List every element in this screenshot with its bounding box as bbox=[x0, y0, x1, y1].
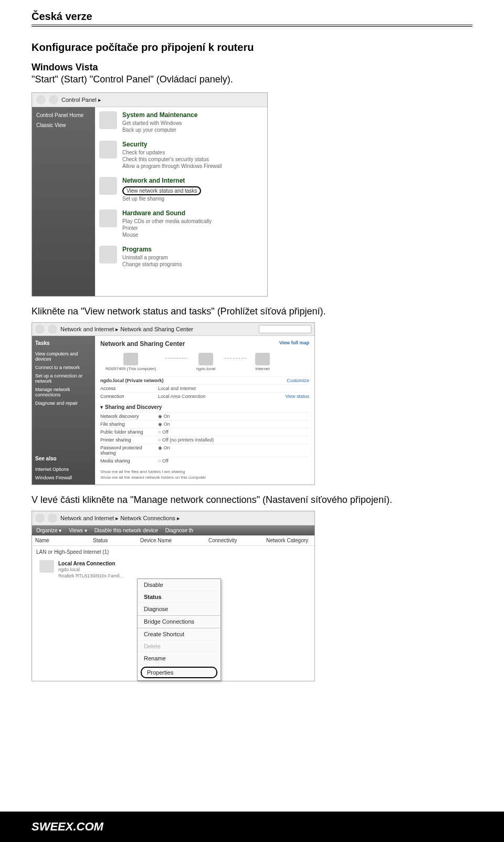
cp-item-link[interactable]: Get started with Windows bbox=[122, 120, 197, 127]
cp-item-link[interactable]: Allow a program through Windows Firewall bbox=[122, 163, 222, 170]
cp-item-programs[interactable]: Programs Uninstall a program Change star… bbox=[99, 246, 263, 268]
view-status-link[interactable]: View status bbox=[285, 394, 309, 399]
nsc-title: Network and Sharing Center bbox=[100, 340, 185, 348]
cp-item-title: System and Maintenance bbox=[122, 111, 197, 119]
also-head: See also bbox=[35, 456, 92, 461]
sidebar-item[interactable]: Set up a connection or network bbox=[35, 373, 92, 384]
breadcrumb[interactable]: Network and Internet ▸ Network and Shari… bbox=[60, 326, 193, 333]
toggle-on[interactable]: On bbox=[158, 422, 170, 427]
sidebar-item[interactable]: Diagnose and repair bbox=[35, 401, 92, 406]
cp-item-link[interactable]: Printer bbox=[122, 225, 212, 231]
back-button-icon[interactable] bbox=[35, 513, 45, 523]
cp-item-link[interactable]: Set up file sharing bbox=[122, 195, 201, 202]
cp-item-link[interactable]: Uninstall a program bbox=[122, 254, 182, 261]
explorer-toolbar: Organize ▾ Views ▾ Disable this network … bbox=[32, 525, 314, 535]
customize-link[interactable]: Customize bbox=[287, 378, 309, 383]
network-map: RD057405 (This computer) ngdo.local Inte… bbox=[100, 353, 309, 371]
cp-item-network[interactable]: Network and Internet View network status… bbox=[99, 177, 263, 202]
cp-item-system[interactable]: System and Maintenance Get started with … bbox=[99, 111, 263, 133]
nsc-main: Network and Sharing Center View full map… bbox=[95, 336, 314, 485]
forward-button-icon[interactable] bbox=[48, 324, 57, 334]
show-shared-folders-link[interactable]: Show me all the shared network folders o… bbox=[100, 475, 309, 480]
sidebar-item-manage-connections[interactable]: Manage network connections bbox=[35, 387, 92, 397]
forward-button-icon[interactable] bbox=[48, 513, 57, 523]
toggle-off[interactable]: Off bbox=[158, 429, 169, 435]
search-input[interactable] bbox=[259, 325, 311, 333]
toggle-on[interactable]: On bbox=[158, 445, 170, 456]
chevron-down-icon: ▾ bbox=[100, 404, 103, 410]
menu-status[interactable]: Status bbox=[138, 591, 220, 603]
screenshot-control-panel: Control Panel ▸ Control Panel Home Class… bbox=[32, 92, 268, 297]
group-header: LAN or High-Speed Internet (1) bbox=[32, 546, 314, 558]
col-connectivity[interactable]: Connectivity bbox=[208, 538, 266, 543]
toolbar-views[interactable]: Views ▾ bbox=[69, 528, 87, 533]
node-computer: RD057405 (This computer) bbox=[106, 353, 156, 371]
screenshot-network-connections: Network and Internet ▸ Network Connectio… bbox=[32, 511, 315, 681]
toolbar-disable[interactable]: Disable this network device bbox=[94, 528, 158, 533]
col-status[interactable]: Status bbox=[93, 538, 140, 543]
node-internet: Internet bbox=[255, 353, 270, 371]
show-shared-files-link[interactable]: Show me all the files and folders I am s… bbox=[100, 469, 309, 475]
col-device[interactable]: Device Name bbox=[140, 538, 208, 543]
cp-item-hardware[interactable]: Hardware and Sound Play CDs or other med… bbox=[99, 209, 263, 238]
row-connection: Connection Local Area Connection View st… bbox=[100, 392, 309, 400]
menu-rename[interactable]: Rename bbox=[138, 652, 220, 665]
node-network: ngdo.local bbox=[196, 353, 215, 371]
menu-shortcut[interactable]: Create Shortcut bbox=[138, 628, 220, 640]
cp-item-title: Network and Internet bbox=[122, 177, 201, 184]
cp-item-link[interactable]: Back up your computer bbox=[122, 127, 197, 133]
sharing-discovery-head: ▾ Sharing and Discovery bbox=[100, 404, 309, 410]
page-footer: SWEEX.COM bbox=[0, 812, 504, 842]
cp-item-title: Programs bbox=[122, 246, 182, 253]
network-icon bbox=[99, 177, 117, 195]
back-button-icon[interactable] bbox=[36, 95, 46, 104]
explorer-titlebar: Control Panel ▸ bbox=[32, 93, 267, 107]
toolbar-organize[interactable]: Organize ▾ bbox=[36, 528, 61, 533]
nav-path: "Start" (Start) "Control Panel" (Ovládac… bbox=[32, 74, 472, 85]
column-headers[interactable]: Name Status Device Name Connectivity Net… bbox=[32, 535, 314, 546]
breadcrumb[interactable]: Network and Internet ▸ Network Connectio… bbox=[60, 515, 180, 522]
back-button-icon[interactable] bbox=[35, 324, 45, 334]
forward-button-icon[interactable] bbox=[49, 95, 58, 104]
cp-item-link[interactable]: Change startup programs bbox=[122, 261, 182, 268]
caption-1: Klikněte na "View network status and tas… bbox=[32, 306, 472, 317]
cp-item-title: Security bbox=[122, 141, 222, 148]
breadcrumb[interactable]: Control Panel ▸ bbox=[61, 97, 101, 103]
cp-highlighted-link[interactable]: View network status and tasks bbox=[122, 186, 201, 195]
page-header: Česká verze bbox=[32, 10, 472, 27]
sidebar-item[interactable]: Internet Options bbox=[35, 467, 92, 472]
menu-properties[interactable]: Properties bbox=[141, 667, 217, 678]
sidebar-item-classic[interactable]: Classic View bbox=[36, 122, 91, 128]
security-icon bbox=[99, 141, 117, 159]
version-label: Česká verze bbox=[32, 10, 92, 22]
view-full-map-link[interactable]: View full map bbox=[279, 340, 309, 348]
toggle-off[interactable]: Off (no printers installed) bbox=[158, 437, 214, 443]
context-menu: Disable Status Diagnose Bridge Connectio… bbox=[137, 578, 221, 681]
brand-label: SWEEX.COM bbox=[32, 820, 103, 833]
globe-icon bbox=[255, 353, 270, 365]
cp-item-link[interactable]: Check this computer's security status bbox=[122, 156, 222, 163]
control-panel-sidebar: Control Panel Home Classic View bbox=[32, 107, 95, 296]
toggle-on[interactable]: On bbox=[158, 414, 170, 419]
row-access: Access Local and Internet bbox=[100, 384, 309, 392]
sidebar-item-home[interactable]: Control Panel Home bbox=[36, 112, 91, 118]
sidebar-item[interactable]: Windows Firewall bbox=[35, 475, 92, 480]
sidebar-item[interactable]: View computers and devices bbox=[35, 351, 92, 362]
col-category[interactable]: Network Category bbox=[266, 538, 311, 543]
tasks-sidebar: Tasks View computers and devices Connect… bbox=[32, 336, 95, 485]
explorer-titlebar: Network and Internet ▸ Network and Shari… bbox=[32, 323, 314, 336]
menu-diagnose[interactable]: Diagnose bbox=[138, 603, 220, 615]
toolbar-diagnose[interactable]: Diagnose th bbox=[165, 528, 193, 533]
cp-item-link[interactable]: Mouse bbox=[122, 231, 212, 238]
toggle-off[interactable]: Off bbox=[158, 458, 169, 464]
menu-disable[interactable]: Disable bbox=[138, 579, 220, 591]
cp-item-security[interactable]: Security Check for updates Check this co… bbox=[99, 141, 263, 170]
menu-delete: Delete bbox=[138, 640, 220, 652]
hardware-icon bbox=[99, 209, 117, 227]
menu-bridge[interactable]: Bridge Connections bbox=[138, 615, 220, 628]
cp-item-link[interactable]: Play CDs or other media automatically bbox=[122, 218, 212, 225]
sidebar-item[interactable]: Connect to a network bbox=[35, 365, 92, 370]
programs-icon bbox=[99, 246, 117, 264]
col-name[interactable]: Name bbox=[35, 538, 93, 543]
cp-item-link[interactable]: Check for updates bbox=[122, 149, 222, 156]
